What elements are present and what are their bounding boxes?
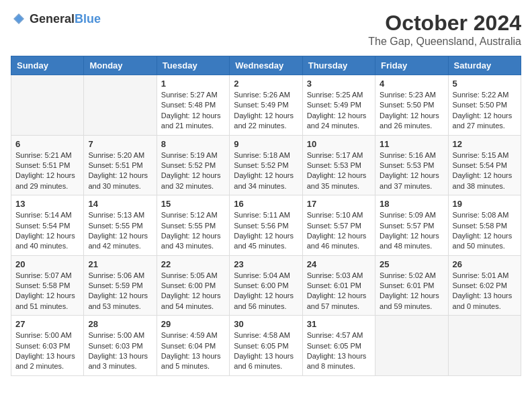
- day-number: 17: [307, 199, 371, 209]
- day-info: Sunrise: 5:23 AM Sunset: 5:50 PM Dayligh…: [380, 90, 443, 132]
- day-number: 9: [234, 139, 298, 149]
- day-info: Sunrise: 5:26 AM Sunset: 5:49 PM Dayligh…: [234, 90, 298, 132]
- column-header-wednesday: Wednesday: [230, 56, 302, 75]
- day-number: 12: [453, 139, 517, 149]
- calendar-cell: 26Sunrise: 5:01 AM Sunset: 6:02 PM Dayli…: [448, 255, 521, 316]
- page-header: GeneralBlue October 2024 The Gap, Queens…: [11, 11, 521, 48]
- logo-blue: Blue: [75, 12, 101, 26]
- calendar-table: SundayMondayTuesdayWednesdayThursdayFrid…: [11, 56, 521, 376]
- calendar-cell: 21Sunrise: 5:06 AM Sunset: 5:59 PM Dayli…: [84, 255, 157, 316]
- calendar-cell: 18Sunrise: 5:09 AM Sunset: 5:57 PM Dayli…: [375, 195, 448, 256]
- calendar-cell: 27Sunrise: 5:00 AM Sunset: 6:03 PM Dayli…: [11, 316, 84, 376]
- column-header-sunday: Sunday: [11, 56, 84, 75]
- logo: GeneralBlue: [11, 11, 101, 27]
- day-number: 18: [380, 199, 443, 209]
- day-info: Sunrise: 5:03 AM Sunset: 6:01 PM Dayligh…: [307, 271, 371, 312]
- calendar-cell: 19Sunrise: 5:08 AM Sunset: 5:58 PM Dayli…: [448, 195, 521, 256]
- day-info: Sunrise: 5:12 AM Sunset: 5:55 PM Dayligh…: [161, 210, 225, 252]
- calendar-cell: 24Sunrise: 5:03 AM Sunset: 6:01 PM Dayli…: [302, 255, 375, 316]
- day-number: 10: [307, 139, 371, 149]
- calendar-cell: 9Sunrise: 5:18 AM Sunset: 5:52 PM Daylig…: [230, 135, 302, 195]
- month-title: October 2024: [368, 11, 521, 36]
- day-info: Sunrise: 5:15 AM Sunset: 5:54 PM Dayligh…: [453, 150, 517, 192]
- day-number: 8: [161, 139, 225, 149]
- day-info: Sunrise: 5:20 AM Sunset: 5:51 PM Dayligh…: [88, 150, 152, 192]
- day-info: Sunrise: 5:19 AM Sunset: 5:52 PM Dayligh…: [161, 150, 225, 192]
- calendar-cell: 14Sunrise: 5:13 AM Sunset: 5:55 PM Dayli…: [84, 195, 157, 256]
- column-header-friday: Friday: [375, 56, 448, 75]
- column-header-monday: Monday: [84, 56, 157, 75]
- day-info: Sunrise: 5:00 AM Sunset: 6:03 PM Dayligh…: [15, 330, 79, 372]
- day-number: 22: [161, 259, 225, 269]
- day-number: 11: [380, 139, 443, 149]
- day-number: 5: [453, 79, 517, 89]
- day-number: 4: [380, 79, 443, 89]
- day-number: 30: [234, 319, 298, 329]
- day-info: Sunrise: 5:02 AM Sunset: 6:01 PM Dayligh…: [380, 271, 443, 312]
- calendar-cell: 20Sunrise: 5:07 AM Sunset: 5:58 PM Dayli…: [11, 255, 84, 316]
- day-info: Sunrise: 5:07 AM Sunset: 5:58 PM Dayligh…: [15, 271, 79, 312]
- day-number: 29: [161, 319, 225, 329]
- day-number: 1: [161, 79, 225, 89]
- calendar-cell: 17Sunrise: 5:10 AM Sunset: 5:57 PM Dayli…: [302, 195, 375, 256]
- day-number: 16: [234, 199, 298, 209]
- logo-general: General: [30, 12, 75, 26]
- day-info: Sunrise: 4:59 AM Sunset: 6:04 PM Dayligh…: [161, 330, 225, 372]
- day-number: 7: [88, 139, 152, 149]
- calendar-cell: 8Sunrise: 5:19 AM Sunset: 5:52 PM Daylig…: [157, 135, 229, 195]
- day-number: 24: [307, 259, 371, 269]
- calendar-cell: 30Sunrise: 4:58 AM Sunset: 6:05 PM Dayli…: [230, 316, 302, 376]
- day-info: Sunrise: 5:10 AM Sunset: 5:57 PM Dayligh…: [307, 210, 371, 252]
- day-info: Sunrise: 5:00 AM Sunset: 6:03 PM Dayligh…: [88, 330, 152, 372]
- day-info: Sunrise: 5:14 AM Sunset: 5:54 PM Dayligh…: [15, 210, 79, 252]
- day-info: Sunrise: 5:04 AM Sunset: 6:00 PM Dayligh…: [234, 271, 298, 312]
- day-info: Sunrise: 5:13 AM Sunset: 5:55 PM Dayligh…: [88, 210, 152, 252]
- day-number: 27: [15, 319, 79, 329]
- day-number: 6: [15, 139, 79, 149]
- calendar-cell: 23Sunrise: 5:04 AM Sunset: 6:00 PM Dayli…: [230, 255, 302, 316]
- day-number: 25: [380, 259, 443, 269]
- day-info: Sunrise: 5:18 AM Sunset: 5:52 PM Dayligh…: [234, 150, 298, 192]
- day-info: Sunrise: 5:11 AM Sunset: 5:56 PM Dayligh…: [234, 210, 298, 252]
- calendar-cell: 10Sunrise: 5:17 AM Sunset: 5:53 PM Dayli…: [302, 135, 375, 195]
- day-info: Sunrise: 5:05 AM Sunset: 6:00 PM Dayligh…: [161, 271, 225, 312]
- day-number: 2: [234, 79, 298, 89]
- day-number: 28: [88, 319, 152, 329]
- day-number: 20: [15, 259, 79, 269]
- day-info: Sunrise: 4:58 AM Sunset: 6:05 PM Dayligh…: [234, 330, 298, 372]
- day-number: 15: [161, 199, 225, 209]
- day-info: Sunrise: 5:27 AM Sunset: 5:48 PM Dayligh…: [161, 90, 225, 132]
- calendar-cell: 6Sunrise: 5:21 AM Sunset: 5:51 PM Daylig…: [11, 135, 84, 195]
- calendar-cell: 5Sunrise: 5:22 AM Sunset: 5:50 PM Daylig…: [448, 75, 521, 136]
- day-number: 26: [453, 259, 517, 269]
- day-number: 31: [307, 319, 371, 329]
- calendar-cell: 7Sunrise: 5:20 AM Sunset: 5:51 PM Daylig…: [84, 135, 157, 195]
- calendar-cell: [375, 316, 448, 376]
- day-number: 14: [88, 199, 152, 209]
- calendar-cell: 16Sunrise: 5:11 AM Sunset: 5:56 PM Dayli…: [230, 195, 302, 256]
- day-info: Sunrise: 5:22 AM Sunset: 5:50 PM Dayligh…: [453, 90, 517, 132]
- location-title: The Gap, Queensland, Australia: [368, 36, 521, 48]
- calendar-cell: 2Sunrise: 5:26 AM Sunset: 5:49 PM Daylig…: [230, 75, 302, 136]
- day-info: Sunrise: 5:06 AM Sunset: 5:59 PM Dayligh…: [88, 271, 152, 312]
- calendar-cell: 3Sunrise: 5:25 AM Sunset: 5:49 PM Daylig…: [302, 75, 375, 136]
- day-info: Sunrise: 5:16 AM Sunset: 5:53 PM Dayligh…: [380, 150, 443, 192]
- calendar-cell: 22Sunrise: 5:05 AM Sunset: 6:00 PM Dayli…: [157, 255, 229, 316]
- calendar-cell: 4Sunrise: 5:23 AM Sunset: 5:50 PM Daylig…: [375, 75, 448, 136]
- calendar-cell: 25Sunrise: 5:02 AM Sunset: 6:01 PM Dayli…: [375, 255, 448, 316]
- column-header-saturday: Saturday: [448, 56, 521, 75]
- calendar-cell: 15Sunrise: 5:12 AM Sunset: 5:55 PM Dayli…: [157, 195, 229, 256]
- day-number: 23: [234, 259, 298, 269]
- day-info: Sunrise: 5:25 AM Sunset: 5:49 PM Dayligh…: [307, 90, 371, 132]
- column-header-thursday: Thursday: [302, 56, 375, 75]
- logo-icon: [11, 11, 27, 27]
- day-number: 19: [453, 199, 517, 209]
- day-info: Sunrise: 4:57 AM Sunset: 6:05 PM Dayligh…: [307, 330, 371, 372]
- calendar-cell: 1Sunrise: 5:27 AM Sunset: 5:48 PM Daylig…: [157, 75, 229, 136]
- calendar-cell: 28Sunrise: 5:00 AM Sunset: 6:03 PM Dayli…: [84, 316, 157, 376]
- title-block: October 2024 The Gap, Queensland, Austra…: [368, 11, 521, 48]
- day-info: Sunrise: 5:21 AM Sunset: 5:51 PM Dayligh…: [15, 150, 79, 192]
- calendar-cell: [448, 316, 521, 376]
- column-header-tuesday: Tuesday: [157, 56, 229, 75]
- calendar-cell: 13Sunrise: 5:14 AM Sunset: 5:54 PM Dayli…: [11, 195, 84, 256]
